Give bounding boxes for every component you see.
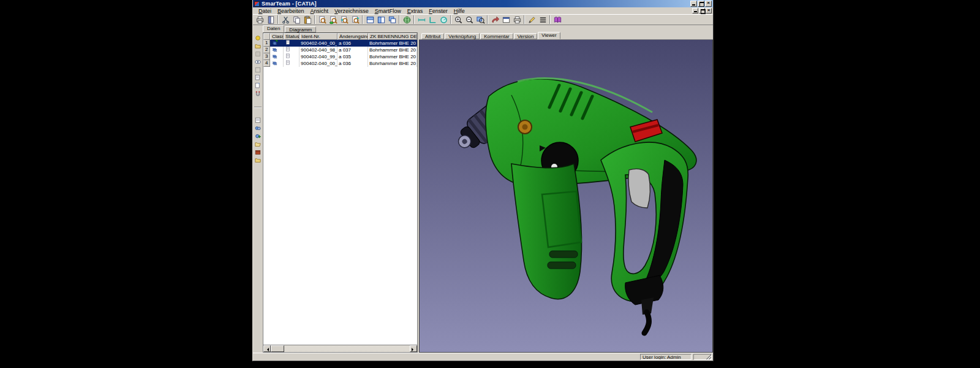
edit-pencil-button[interactable] bbox=[526, 15, 537, 25]
tab-viewer[interactable]: Viewer bbox=[538, 32, 560, 39]
horizontal-scrollbar[interactable] bbox=[263, 345, 417, 352]
menu-ansicht[interactable]: Ansicht bbox=[307, 8, 332, 14]
menu-verzeichnisse[interactable]: Verzeichnisse bbox=[331, 8, 372, 14]
folder-closed-button[interactable] bbox=[254, 156, 262, 164]
column-header[interactable]: Class bbox=[270, 33, 284, 40]
table-row[interactable]: 2900402-040_98_B01a 037Bohrhammer BHE 20… bbox=[263, 47, 417, 53]
drill-3d-model bbox=[420, 40, 713, 353]
detail-panel: AttributVerknüpfungKommentarVersionViewe… bbox=[419, 33, 713, 353]
view-split-horizontal-button[interactable] bbox=[364, 15, 375, 25]
title-bar[interactable]: SmarTeam - [CATIA] bbox=[253, 0, 713, 7]
window-controls bbox=[690, 1, 712, 7]
tab-verknpfung[interactable]: Verknüpfung bbox=[445, 33, 480, 39]
table-row[interactable]: 3900402-040_99_B01a 035Bohrhammer BHE 20… bbox=[263, 53, 417, 60]
resize-grip[interactable] bbox=[693, 354, 712, 360]
viewer-tabs: AttributVerknüpfungKommentarVersionViewe… bbox=[419, 33, 713, 40]
column-header[interactable]: Ident-Nr. bbox=[300, 33, 337, 40]
status-document-icon bbox=[285, 60, 291, 67]
folder-closed-icon bbox=[254, 155, 262, 166]
toolbar-separator bbox=[362, 15, 363, 24]
zoom-window-icon bbox=[476, 15, 485, 25]
column-header[interactable]: ZK BENENNUNG DE bbox=[368, 33, 417, 40]
lifecycle-globe-button[interactable] bbox=[401, 15, 412, 25]
viewer-3d[interactable] bbox=[419, 40, 713, 353]
view-split-horizontal-icon bbox=[366, 15, 375, 25]
zoom-out-button[interactable] bbox=[464, 15, 475, 25]
toolbar-separator bbox=[277, 15, 279, 24]
tab-daten[interactable]: Daten bbox=[263, 25, 284, 33]
find-document-icon bbox=[318, 15, 327, 25]
print-preview-button[interactable] bbox=[265, 15, 276, 25]
column-header[interactable]: Status bbox=[284, 33, 300, 40]
measure-line-button[interactable] bbox=[416, 15, 427, 25]
left-toolbar bbox=[253, 33, 263, 353]
zoom-out-icon bbox=[465, 15, 474, 25]
find-next-icon bbox=[351, 15, 360, 25]
list-view-icon bbox=[538, 15, 548, 25]
name-cell: Bohrhammer BHE 20 Compact bbox=[368, 40, 417, 47]
view-cascade-button[interactable] bbox=[386, 15, 398, 25]
menu-fenster[interactable]: Fenster bbox=[426, 8, 451, 14]
measure-line-icon bbox=[417, 15, 426, 25]
zoom-in-button[interactable] bbox=[453, 15, 464, 25]
table-row[interactable]: 4900402-040_00_B01a 036Bohrhammer BHE 20… bbox=[263, 60, 417, 67]
magnet-icon bbox=[254, 89, 262, 100]
print-report-button[interactable] bbox=[511, 15, 522, 25]
paste-button[interactable] bbox=[302, 15, 313, 25]
view-split-vertical-button[interactable] bbox=[375, 15, 386, 25]
find-previous-button[interactable] bbox=[339, 15, 350, 25]
print-button[interactable] bbox=[254, 15, 265, 25]
scroll-left-button[interactable] bbox=[263, 345, 271, 352]
close-button[interactable] bbox=[705, 1, 712, 7]
scroll-right-button[interactable] bbox=[410, 345, 417, 352]
list-view-button[interactable] bbox=[537, 15, 548, 25]
zoom-window-button[interactable] bbox=[475, 15, 486, 25]
find-document-button[interactable] bbox=[317, 15, 328, 25]
tab-kommentar[interactable]: Kommentar bbox=[480, 33, 513, 39]
magnet-button[interactable] bbox=[254, 90, 262, 98]
menu-bearbeiten[interactable]: Bearbeiten bbox=[274, 8, 307, 14]
maximize-button[interactable] bbox=[698, 1, 704, 7]
name-cell: Bohrhammer BHE 20 Compact bbox=[368, 60, 417, 67]
measure-circle-icon bbox=[439, 15, 448, 25]
status-cell bbox=[284, 47, 300, 53]
menu-hilfe[interactable]: Hilfe bbox=[451, 8, 468, 14]
class-cell bbox=[270, 47, 284, 53]
find-next-button[interactable] bbox=[350, 15, 361, 25]
mdi-restore-button[interactable] bbox=[699, 8, 705, 13]
help-book-button[interactable] bbox=[552, 15, 563, 25]
print-preview-icon bbox=[266, 15, 276, 25]
change-index-cell: a 036 bbox=[337, 60, 368, 67]
main-area: ClassStatusIdent-Nr.ÄnderungsindexZK BEN… bbox=[253, 33, 713, 353]
menu-extras[interactable]: Extras bbox=[404, 8, 426, 14]
menu-smartflow[interactable]: SmartFlow bbox=[372, 8, 404, 14]
minimize-button[interactable] bbox=[690, 1, 697, 7]
app-icon bbox=[254, 1, 260, 7]
send-arrow-icon bbox=[491, 15, 500, 25]
status-bar: User login: Admin bbox=[253, 353, 713, 361]
send-arrow-button[interactable] bbox=[489, 15, 500, 25]
tab-attribut[interactable]: Attribut bbox=[421, 33, 444, 39]
measure-corner-button[interactable] bbox=[427, 15, 438, 25]
copy-button[interactable] bbox=[291, 15, 302, 25]
mdi-minimize-button[interactable] bbox=[692, 8, 698, 13]
menu-datei[interactable]: Datei bbox=[255, 8, 274, 14]
class-cell bbox=[270, 53, 284, 60]
tab-diagramm[interactable]: Diagramm bbox=[285, 26, 316, 33]
scrollbar-thumb[interactable] bbox=[271, 345, 284, 352]
properties-window-button[interactable] bbox=[500, 15, 511, 25]
cut-button[interactable] bbox=[280, 15, 291, 25]
app-window: SmarTeam - [CATIA] DateiBearbeitenAnsich… bbox=[252, 0, 714, 361]
mdi-close-button[interactable] bbox=[706, 8, 712, 13]
measure-circle-button[interactable] bbox=[438, 15, 449, 25]
ident-cell: 900402-040_00_B01 bbox=[300, 60, 337, 67]
ident-cell: 900402-040_00_B01 bbox=[300, 40, 337, 47]
scrollbar-track[interactable] bbox=[271, 345, 410, 352]
tab-version[interactable]: Version bbox=[514, 33, 538, 39]
table-row[interactable]: 1900402-040_00_B01a 036Bohrhammer BHE 20… bbox=[263, 40, 417, 47]
column-header[interactable]: Änderungsindex bbox=[337, 33, 368, 40]
class-document-icon bbox=[271, 60, 278, 67]
mdi-window-controls bbox=[692, 8, 712, 13]
data-table: ClassStatusIdent-Nr.ÄnderungsindexZK BEN… bbox=[263, 33, 417, 345]
find-database-button[interactable] bbox=[328, 15, 339, 25]
